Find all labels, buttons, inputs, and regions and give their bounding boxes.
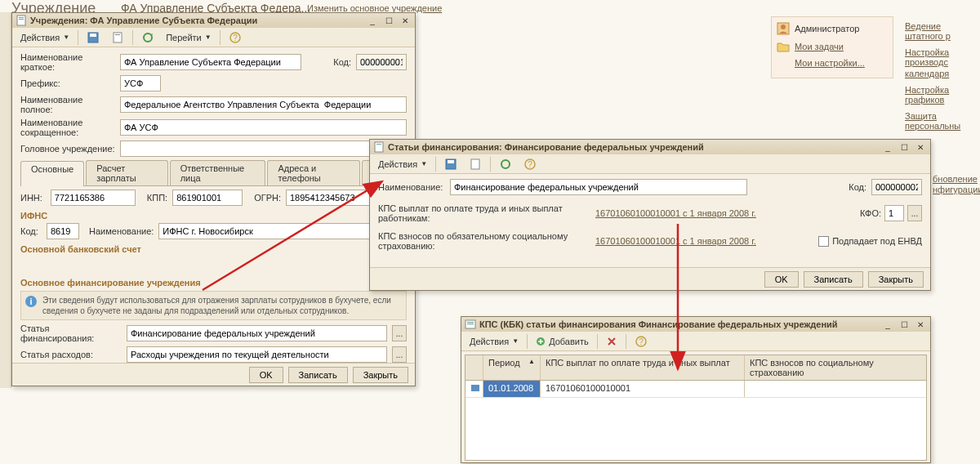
label-inn: ИНН: [20, 193, 46, 203]
input-ifns-code[interactable] [47, 223, 79, 239]
input-inn[interactable] [51, 190, 136, 206]
input-name[interactable] [450, 179, 747, 195]
input-fin-article[interactable] [127, 325, 387, 341]
add-button[interactable]: Добавить [531, 335, 594, 348]
tab-persons[interactable]: Ответственные лица [170, 160, 266, 185]
tab-main[interactable]: Основные [20, 161, 84, 186]
input-name-full[interactable] [120, 96, 407, 113]
tab-salary[interactable]: Расчет зарплаты [86, 160, 167, 185]
ellipsis-button[interactable]: ... [392, 325, 407, 341]
ellipsis-button[interactable]: ... [907, 205, 922, 221]
grid-row[interactable]: 01.01.2008 16701060100010001 [466, 381, 926, 398]
col-kps-pay[interactable]: КПС выплат по оплате труда и иных выплат [541, 355, 745, 380]
grid-container: Период▲ КПС выплат по оплате труда и ины… [461, 351, 930, 464]
grid-kps: Период▲ КПС выплат по оплате труда и ины… [465, 355, 927, 461]
window-org: Учреждения: ФА Управление Субъекта Федер… [11, 12, 416, 386]
checkbox-envd[interactable] [818, 236, 829, 247]
svg-rect-18 [471, 159, 479, 169]
label-head-org: Головное учреждение: [20, 144, 115, 154]
actions-menu[interactable]: Действия▼ [465, 335, 523, 348]
svg-point-19 [501, 160, 510, 168]
maximize-button[interactable]: ☐ [382, 15, 395, 26]
rlink-4[interactable]: Защита персональны [905, 111, 978, 131]
svg-point-1 [781, 25, 786, 29]
link-kps-ins[interactable]: 16701060100010001 с 1 января 2008 г. [595, 236, 756, 246]
delete-icon-button[interactable] [601, 334, 622, 349]
doc-icon-button[interactable] [464, 156, 487, 172]
label-code: Код: [849, 182, 866, 192]
cell-kps-pay[interactable]: 16701060100010001 [541, 381, 745, 397]
user-name: Администратор [795, 24, 859, 33]
close-button[interactable]: Закрыть [868, 271, 924, 288]
save-icon-button[interactable] [82, 29, 105, 46]
actions-menu[interactable]: Действия▼ [16, 31, 74, 44]
titlebar-fin[interactable]: Статьи финансирования: Финансирование фе… [370, 140, 930, 154]
col-kps-ins[interactable]: КПС взносов по социальному страхованию [745, 355, 926, 380]
minimize-button[interactable]: _ [881, 141, 894, 153]
label-fin-article: Статья финансирования: [20, 323, 122, 343]
col-marker[interactable] [466, 355, 483, 380]
input-name-short[interactable] [120, 54, 301, 70]
close-button[interactable]: ✕ [914, 141, 927, 153]
help-icon-button[interactable]: ? [224, 29, 247, 46]
input-kfo[interactable] [884, 205, 904, 221]
help-icon-button[interactable]: ? [519, 156, 541, 172]
input-code[interactable] [356, 54, 407, 70]
input-head-org[interactable] [120, 141, 407, 157]
separator [435, 157, 436, 172]
row-marker [466, 381, 483, 397]
help-icon-button[interactable]: ? [630, 333, 653, 350]
input-prefix[interactable] [120, 75, 161, 91]
svg-rect-14 [375, 142, 383, 152]
input-exp-article[interactable] [127, 346, 387, 363]
svg-point-9 [144, 33, 152, 42]
save-icon-button[interactable] [439, 156, 462, 172]
chevron-down-icon: ▼ [421, 160, 427, 167]
rlink-3[interactable]: Настройка графиков [905, 85, 978, 105]
info-icon: i [24, 295, 38, 308]
label-name-full: Наименование полное: [20, 95, 115, 114]
input-code[interactable] [871, 179, 922, 195]
tab-address[interactable]: Адреса и телефоны [267, 160, 360, 185]
ok-button[interactable]: OK [249, 367, 283, 383]
cell-kps-ins[interactable] [745, 381, 926, 397]
user-icon [777, 22, 790, 35]
col-period[interactable]: Период▲ [483, 355, 541, 380]
title-fin: Статьи финансирования: Финансирование фе… [388, 142, 878, 152]
doc-icon [373, 141, 385, 153]
close-button[interactable]: Закрыть [353, 367, 408, 383]
my-tasks-link[interactable]: Мои задачи [795, 42, 844, 51]
form-body-org: Наименование краткое: Код: Префикс: Наим… [12, 47, 415, 371]
doc-icon-button[interactable] [106, 29, 129, 46]
cell-period[interactable]: 01.01.2008 [483, 381, 541, 397]
bank-placeholder [20, 257, 407, 273]
link-kps-pay[interactable]: 16701060100010001 с 1 января 2008 г. [595, 208, 756, 218]
section-finance: Основное финансирование учреждения [20, 278, 407, 288]
save-button[interactable]: Записать [804, 271, 863, 288]
minimize-button[interactable]: _ [881, 319, 894, 330]
titlebar-kps[interactable]: КПС (КБК) статьи финансирования Финансир… [461, 317, 930, 332]
ellipsis-button[interactable]: ... [392, 346, 407, 363]
bg-link-upd[interactable]: бновление [933, 174, 978, 184]
rlink-2[interactable]: календаря [905, 69, 978, 78]
ok-button[interactable]: OK [764, 271, 799, 288]
label-kps-ins: КПС взносов по обязательному социальному… [378, 231, 590, 251]
maximize-button[interactable]: ☐ [898, 141, 911, 153]
my-settings-link[interactable]: Мои настройки... [795, 58, 865, 68]
rlink-1[interactable]: Настройка производс [905, 47, 978, 67]
rlink-0[interactable]: Ведение штатного р [905, 21, 978, 41]
close-button[interactable]: ✕ [399, 15, 412, 26]
save-button[interactable]: Записать [288, 367, 348, 383]
refresh-icon-button[interactable] [136, 29, 159, 46]
input-kpp[interactable] [172, 190, 243, 206]
minimize-button[interactable]: _ [366, 15, 379, 26]
refresh-icon-button[interactable] [494, 156, 517, 172]
window-fin: Статьи финансирования: Финансирование фе… [369, 139, 931, 291]
bg-link-cfg[interactable]: нфигурации [933, 185, 980, 194]
input-name-abbr[interactable] [120, 119, 407, 136]
close-button[interactable]: ✕ [914, 319, 927, 330]
goto-menu[interactable]: Перейти▼ [161, 31, 216, 44]
actions-menu[interactable]: Действия▼ [373, 158, 432, 171]
titlebar-org[interactable]: Учреждения: ФА Управление Субъекта Федер… [12, 13, 415, 28]
maximize-button[interactable]: ☐ [898, 319, 911, 330]
